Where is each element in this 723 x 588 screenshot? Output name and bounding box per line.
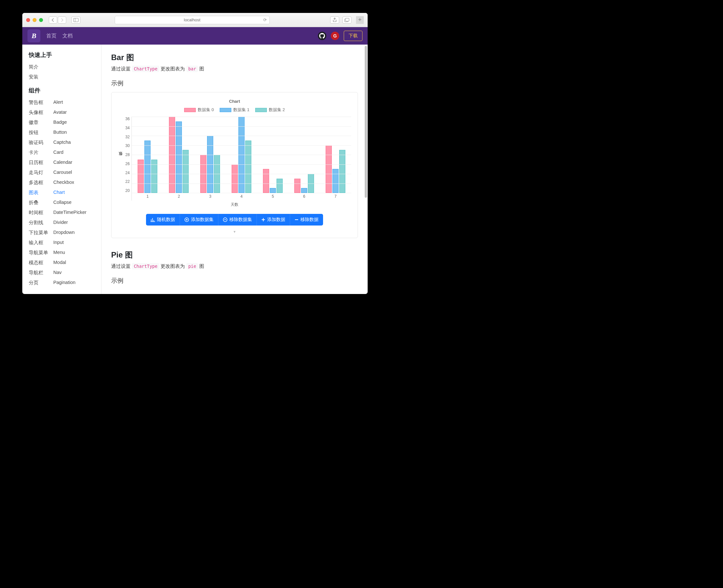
sidebar-item-install[interactable]: 安装 <box>29 72 101 82</box>
sidebar-item-chart[interactable]: 图表Chart <box>29 188 101 198</box>
chart-card: Chart 数据集 0 数据集 1 数据集 2 数值 3634323028262… <box>111 92 358 238</box>
x-axis-label: 天数 <box>118 202 351 207</box>
pie-section-title: Pie 图 <box>111 250 358 260</box>
legend-item-1[interactable]: 数据集 1 <box>220 107 249 113</box>
code-charttype-2: ChartType <box>132 263 159 270</box>
random-data-button[interactable]: 随机数据 <box>146 214 180 226</box>
bar-数据集 2-7[interactable] <box>339 150 345 193</box>
nav-home[interactable]: 首页 <box>46 33 57 39</box>
new-tab-button[interactable]: + <box>356 16 364 24</box>
bar-数据集 1-6[interactable] <box>301 188 307 193</box>
code-pie: pie <box>186 263 198 270</box>
code-charttype: ChartType <box>132 66 159 72</box>
pie-section-desc: 通过设置 ChartType 更改图表为 pie 图 <box>111 263 358 270</box>
sidebar-item-divider[interactable]: 分割线Divider <box>29 218 101 228</box>
y-axis-ticks: 363432302826242220 <box>125 117 131 201</box>
bar-chart-icon <box>151 217 155 222</box>
chart-button-group: 随机数据 添加数据集 移除数据集 <box>146 214 323 226</box>
sidebar-item-avatar[interactable]: 头像框Avatar <box>29 108 101 118</box>
refresh-icon[interactable]: ⟳ <box>263 18 267 22</box>
bar-数据集 1-7[interactable] <box>333 169 339 193</box>
svg-rect-0 <box>74 18 79 22</box>
bar-数据集 0-4[interactable] <box>232 165 238 193</box>
bar-example-heading: 示例 <box>111 79 358 87</box>
expand-toggle[interactable]: ▾ <box>118 226 351 234</box>
sidebar-item-alert[interactable]: 警告框Alert <box>29 98 101 108</box>
sidebar-item-pagination[interactable]: 分页Pagination <box>29 278 101 288</box>
sidebar-heading-components: 组件 <box>29 87 101 94</box>
sidebar-item-nav[interactable]: 导航栏Nav <box>29 268 101 278</box>
sidebar-toggle-button[interactable] <box>71 17 81 24</box>
share-button[interactable] <box>330 17 339 24</box>
bar-数据集 2-5[interactable] <box>277 178 283 193</box>
plus-circle-icon <box>185 217 189 222</box>
minus-circle-icon <box>223 217 228 222</box>
maximize-window-button[interactable] <box>39 18 43 22</box>
sidebar-item-card[interactable]: 卡片Card <box>29 148 101 158</box>
bar-数据集 0-5[interactable] <box>263 169 269 193</box>
gitee-link[interactable]: G <box>331 31 339 40</box>
scrollbar-thumb[interactable] <box>365 46 367 198</box>
sidebar-item-datetimepicker[interactable]: 时间框DateTimePicker <box>29 208 101 218</box>
main-content[interactable]: Bar 图 通过设置 ChartType 更改图表为 bar 图 示例 Char… <box>102 45 368 294</box>
titlebar: localhost ⟳ + <box>22 13 368 27</box>
sidebar-item-button[interactable]: 按钮Button <box>29 128 101 138</box>
bar-数据集 1-2[interactable] <box>176 122 182 193</box>
chart-title: Chart <box>118 99 351 104</box>
logo[interactable]: B <box>27 29 40 42</box>
chart-legend: 数据集 0 数据集 1 数据集 2 <box>118 107 351 113</box>
sidebar-item-badge[interactable]: 徽章Badge <box>29 118 101 128</box>
add-dataset-button[interactable]: 添加数据集 <box>180 214 218 226</box>
svg-rect-3 <box>345 18 349 21</box>
remove-dataset-button[interactable]: 移除数据集 <box>218 214 257 226</box>
traffic-lights <box>26 18 43 22</box>
sidebar-item-menu[interactable]: 导航菜单Menu <box>29 248 101 258</box>
bar-数据集 0-7[interactable] <box>326 145 332 193</box>
bar-数据集 1-1[interactable] <box>144 141 151 193</box>
sidebar-item-intro[interactable]: 简介 <box>29 62 101 72</box>
app-navbar: B 首页 文档 G 下载 <box>22 27 368 45</box>
code-bar: bar <box>186 66 198 72</box>
bar-数据集 1-5[interactable] <box>270 188 276 193</box>
browser-window: localhost ⟳ + B 首页 文档 G <box>22 13 368 294</box>
sidebar-item-checkbox[interactable]: 多选框Checkbox <box>29 178 101 188</box>
remove-data-button[interactable]: 移除数据 <box>290 214 323 226</box>
close-window-button[interactable] <box>26 18 30 22</box>
chart-plot: 1234567 <box>131 117 351 201</box>
sidebar-item-collapse[interactable]: 折叠Collapse <box>29 198 101 208</box>
forward-button[interactable] <box>58 17 66 24</box>
x-axis: 1234567 <box>132 193 351 201</box>
bar-数据集 2-4[interactable] <box>245 141 251 193</box>
back-button[interactable] <box>49 17 57 24</box>
legend-item-2[interactable]: 数据集 2 <box>255 107 285 113</box>
sidebar-heading-quickstart: 快速上手 <box>29 51 101 59</box>
address-text: localhost <box>184 18 200 22</box>
sidebar-item-calendar[interactable]: 日历框Calendar <box>29 158 101 168</box>
minus-icon <box>295 218 298 222</box>
bar-数据集 2-2[interactable] <box>183 150 189 193</box>
download-button[interactable]: 下载 <box>344 31 362 41</box>
sidebar-item-dropdown[interactable]: 下拉菜单Dropdown <box>29 228 101 238</box>
bar-数据集 0-6[interactable] <box>294 178 300 193</box>
sidebar-item-modal[interactable]: 模态框Modal <box>29 258 101 268</box>
sidebar-item-carousel[interactable]: 走马灯Carousel <box>29 168 101 178</box>
add-data-button[interactable]: 添加数据 <box>257 214 290 226</box>
pie-example-heading: 示例 <box>111 276 358 285</box>
sidebar-item-captcha[interactable]: 验证码Captcha <box>29 138 101 148</box>
address-bar[interactable]: localhost ⟳ <box>115 16 270 24</box>
github-link[interactable] <box>318 31 326 40</box>
minimize-window-button[interactable] <box>33 18 37 22</box>
legend-item-0[interactable]: 数据集 0 <box>184 107 214 113</box>
bar-section-desc: 通过设置 ChartType 更改图表为 bar 图 <box>111 66 358 72</box>
tabs-button[interactable] <box>342 17 352 24</box>
plus-icon <box>261 218 265 222</box>
sidebar-item-input[interactable]: 输入框Input <box>29 238 101 248</box>
bar-section-title: Bar 图 <box>111 52 358 63</box>
nav-docs[interactable]: 文档 <box>62 33 73 39</box>
docs-sidebar[interactable]: 快速上手 简介 安装 组件 警告框Alert头像框Avatar徽章Badge按钮… <box>22 45 102 294</box>
